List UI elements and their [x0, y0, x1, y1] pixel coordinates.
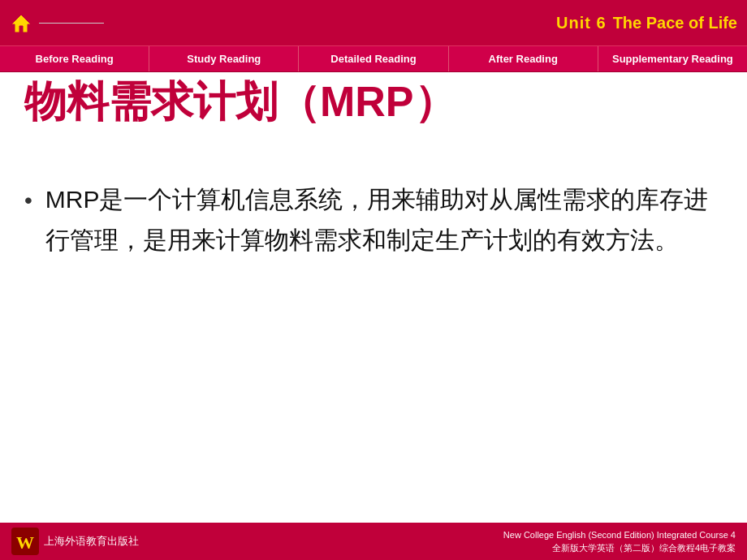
publisher-name: 上海外语教育出版社: [44, 534, 139, 549]
footer-left: W 上海外语教育出版社: [11, 528, 139, 555]
tab-after-reading[interactable]: After Reading: [449, 46, 598, 71]
unit-title: The Pace of Life: [613, 14, 737, 32]
tab-before-reading[interactable]: Before Reading: [0, 46, 149, 71]
nav-wrapper: Before Reading Study Reading Detailed Re…: [0, 45, 747, 72]
svg-text:W: W: [16, 532, 34, 553]
slide-title: 物料需求计划（MRP）: [24, 78, 456, 125]
footer: W 上海外语教育出版社 New College English (Second …: [0, 523, 747, 560]
slide-body: • MRP是一个计算机信息系统，用来辅助对从属性需求的库存进行管理，是用来计算物…: [24, 171, 723, 281]
tab-detailed-reading[interactable]: Detailed Reading: [299, 46, 448, 71]
tab-study-reading[interactable]: Study Reading: [149, 46, 299, 71]
footer-right: New College English (Second Edition) Int…: [503, 528, 736, 555]
top-bar-right: Unit 6 The Pace of Life: [556, 14, 737, 32]
bullet-text-1: MRP是一个计算机信息系统，用来辅助对从属性需求的库存进行管理，是用来计算物料需…: [45, 179, 723, 260]
tab-supplementary-reading[interactable]: Supplementary Reading: [598, 46, 747, 71]
unit-label: Unit 6: [556, 14, 607, 32]
content-area: 物料需求计划（MRP） • MRP是一个计算机信息系统，用来辅助对从属性需求的库…: [0, 72, 747, 523]
course-info-line1: New College English (Second Edition) Int…: [503, 528, 736, 542]
bullet-item-1: • MRP是一个计算机信息系统，用来辅助对从属性需求的库存进行管理，是用来计算物…: [24, 179, 723, 260]
nav-tabs: Before Reading Study Reading Detailed Re…: [0, 45, 747, 72]
top-bar: Unit 6 The Pace of Life: [0, 0, 747, 45]
svg-marker-0: [11, 15, 31, 32]
course-info-line2: 全新版大学英语（第二版）综合教程4电子教案: [503, 541, 736, 555]
publisher-logo-icon: W: [11, 528, 39, 555]
home-icon: [10, 11, 32, 34]
top-bar-left: [10, 11, 104, 34]
slide-title-container: 物料需求计划（MRP）: [24, 74, 723, 131]
bullet-dot-1: •: [24, 183, 32, 219]
